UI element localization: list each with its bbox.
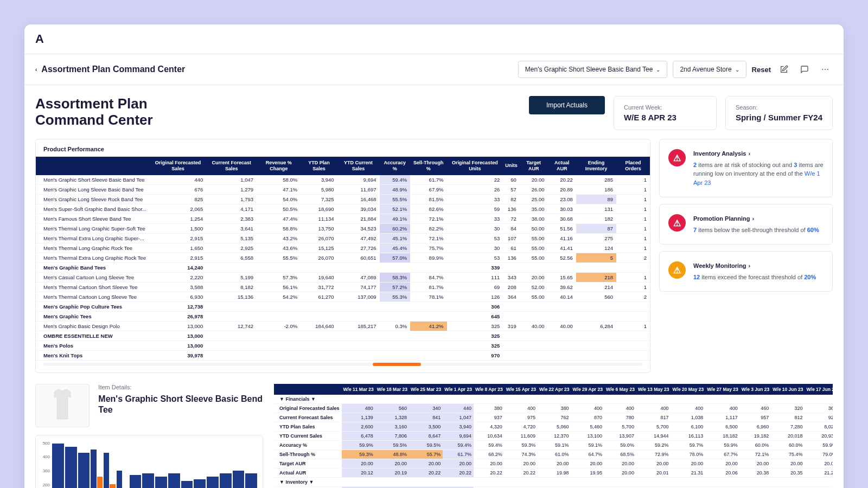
table-row[interactable]: YTD Plan Sales2,6003,1603,5003,9404,3204… <box>274 422 833 431</box>
chart-bar[interactable] <box>130 475 142 488</box>
table-row[interactable]: Men's Graphic Band Tees14,240339 <box>36 262 650 272</box>
group-header[interactable]: ▼ Inventory ▼ <box>274 477 833 486</box>
table-row[interactable]: Men's Super-Soft Graphic Band Basic Shor… <box>36 204 650 214</box>
column-header[interactable]: Current Forecast Sales <box>206 157 257 175</box>
product-performance-table[interactable]: Original Forecasted SalesCurrent Forecas… <box>36 157 650 361</box>
column-header[interactable]: Original Forecasted Units <box>447 157 503 175</box>
chart-bar[interactable] <box>65 447 77 488</box>
table-row[interactable]: YTD Current Sales6,4787,8068,6479,69410,… <box>274 431 833 440</box>
week-header[interactable]: W/e 3 Jun 23 <box>740 384 771 395</box>
column-header[interactable]: YTD Plan Sales <box>301 157 337 175</box>
column-header[interactable]: Sell-Through % <box>410 157 446 175</box>
table-row[interactable]: Accuracy %59.9%59.5%59.5%59.4%59.4%59.3%… <box>274 440 833 450</box>
chart-bar[interactable] <box>142 473 154 488</box>
column-header[interactable]: YTD Current Sales <box>337 157 380 175</box>
week-header[interactable]: W/e 8 Apr 23 <box>474 384 505 395</box>
scrollbar-thumb[interactable] <box>373 363 420 366</box>
column-header[interactable]: Actual AUR <box>548 157 576 175</box>
chart-bar[interactable] <box>117 471 122 488</box>
reset-button[interactable]: Reset <box>752 66 771 74</box>
back-chevron-icon[interactable]: ‹ <box>35 67 37 73</box>
group-header[interactable]: ▼ Financials ▼ <box>274 395 833 404</box>
table-row[interactable]: Men's Famous Short Sleeve Band Tee1,2542… <box>36 214 650 223</box>
alert-card[interactable]: ⚠ Weekly Monitoring › 12 items exceed th… <box>659 251 833 292</box>
comment-icon[interactable] <box>797 62 812 77</box>
alert-card[interactable]: ⚠ Inventory Analysis › 2 items are at ri… <box>659 139 833 197</box>
table-row[interactable]: Men's Polos13,000325 <box>36 341 650 350</box>
horizontal-scrollbar[interactable] <box>43 363 642 366</box>
table-row[interactable]: Men's Knit Tops39,978970 <box>36 350 650 360</box>
week-header[interactable]: W/e 29 Apr 23 <box>571 384 604 395</box>
financial-table[interactable]: W/e 11 Mar 23W/e 18 Mar 23W/e 25 Mar 23W… <box>274 384 833 488</box>
table-row[interactable]: Sell-Through %59.3%48.8%55.7%61.7%68.2%7… <box>274 450 833 459</box>
week-header[interactable]: W/e 1 Apr 23 <box>443 384 474 395</box>
chart-bar[interactable] <box>104 453 109 488</box>
chart-bar[interactable] <box>97 477 103 488</box>
table-row[interactable]: Men's Graphic Short Sleeve Basic Band Te… <box>36 175 650 185</box>
week-header[interactable]: W/e 17 Jun 23 <box>805 384 833 395</box>
financial-table-container[interactable]: W/e 11 Mar 23W/e 18 Mar 23W/e 25 Mar 23W… <box>274 384 833 488</box>
week-header[interactable]: W/e 18 Mar 23 <box>375 384 409 395</box>
section-title: Product Performance <box>36 146 650 157</box>
alerts-column: ⚠ Inventory Analysis › 2 items are at ri… <box>659 139 833 292</box>
product-selector[interactable]: Men's Graphic Short Sleeve Basic Band Te… <box>518 61 668 78</box>
alert-card[interactable]: ⚠ Promotion Planning › 7 items below the… <box>659 204 833 245</box>
chart-bar[interactable] <box>181 481 193 488</box>
alert-title[interactable]: Inventory Analysis › <box>693 149 824 158</box>
alert-title[interactable]: Promotion Planning › <box>693 214 819 223</box>
item-chart[interactable]: 5004003002001000 11 Mar 2318 Mar 2325 Ma… <box>35 435 263 488</box>
table-row[interactable]: Men's Graphic Long Sleeve Basic Band Tee… <box>36 184 650 194</box>
chart-bar[interactable] <box>168 473 180 488</box>
table-row[interactable]: Men's Thermal Extra Long Graphic Super-.… <box>36 233 650 243</box>
table-row[interactable]: Men's Thermal Cartoon Long Sleeve Tee6,9… <box>36 292 650 301</box>
chart-bar[interactable] <box>233 471 245 488</box>
table-row[interactable]: OMBRE ESSENTIELLE NEW13,000325 <box>36 331 650 341</box>
import-actuals-button[interactable]: Import Actuals <box>529 96 605 114</box>
table-row[interactable]: Men's Thermal Long Graphic Rock Tee1,650… <box>36 243 650 253</box>
table-row[interactable]: Men's Thermal Extra Long Graphic Rock Te… <box>36 253 650 262</box>
week-header[interactable]: W/e 13 May 23 <box>636 384 671 395</box>
chart-bar[interactable] <box>245 473 257 488</box>
week-header[interactable]: W/e 10 Jun 23 <box>771 384 805 395</box>
column-header[interactable]: Placed Orders <box>616 157 650 175</box>
edit-icon[interactable] <box>776 62 792 77</box>
chart-bar[interactable] <box>207 477 219 488</box>
column-header[interactable]: Revenue % Change <box>257 157 301 175</box>
column-header[interactable]: Accuracy % <box>380 157 411 175</box>
chart-bar[interactable] <box>220 473 232 488</box>
column-header[interactable]: Target AUR <box>520 157 548 175</box>
table-row[interactable]: Current Forecast Sales1,1391,3288411,047… <box>274 413 833 422</box>
week-header[interactable]: W/e 27 May 23 <box>705 384 740 395</box>
chart-bar[interactable] <box>194 479 206 488</box>
table-row[interactable]: Men's Graphic Long Sleeve Rock Band Tee8… <box>36 194 650 204</box>
week-header[interactable]: W/e 20 May 23 <box>671 384 706 395</box>
column-header[interactable]: Units <box>503 157 520 175</box>
table-row[interactable]: Men's Graphic Tees26,978645 <box>36 311 650 321</box>
week-header[interactable]: W/e 15 Apr 23 <box>505 384 538 395</box>
more-icon[interactable] <box>818 62 833 77</box>
column-header[interactable]: Original Forecasted Sales <box>150 157 206 175</box>
chart-bar[interactable] <box>78 453 90 488</box>
chart-bar[interactable] <box>110 484 115 488</box>
table-row[interactable]: Men's Graphic Basic Design Polo13,00012,… <box>36 321 650 331</box>
week-header[interactable]: W/e 6 May 23 <box>604 384 636 395</box>
column-header[interactable]: Ending Inventory <box>576 157 616 175</box>
table-row[interactable]: Actual AUR20.1220.1920.2220.2220.2220.22… <box>274 468 833 477</box>
week-header[interactable]: W/e 25 Mar 23 <box>409 384 443 395</box>
table-row[interactable]: Men's Thermal Long Graphic Super-Soft Te… <box>36 223 650 233</box>
table-row[interactable]: Original Forecasted Sales480560340440380… <box>274 403 833 413</box>
table-row[interactable]: Men's Casual Cartoon Long Sleeve Tee2,22… <box>36 272 650 282</box>
table-row[interactable]: Men's Thermal Cartoon Short Sleeve Tee3,… <box>36 282 650 292</box>
chart-bar[interactable] <box>91 450 96 488</box>
store-selector[interactable]: 2nd Avenue Store ⌄ <box>673 61 746 78</box>
week-header[interactable]: W/e 22 Apr 23 <box>538 384 571 395</box>
week-header[interactable]: W/e 11 Mar 23 <box>342 384 375 395</box>
chart-bar[interactable] <box>52 444 64 488</box>
breadcrumb[interactable]: ‹ Assortment Plan Command Center <box>35 65 513 74</box>
alert-title[interactable]: Weekly Monitoring › <box>693 261 816 271</box>
item-detail-label: Item Details: <box>98 384 263 390</box>
table-row[interactable]: Target AUR20.0020.0020.0020.0020.0020.00… <box>274 459 833 468</box>
table-row[interactable]: Men's Graphic Pop Culture Tees12,738306 <box>36 301 650 311</box>
chart-bar[interactable] <box>155 477 167 488</box>
column-header[interactable] <box>36 157 150 175</box>
